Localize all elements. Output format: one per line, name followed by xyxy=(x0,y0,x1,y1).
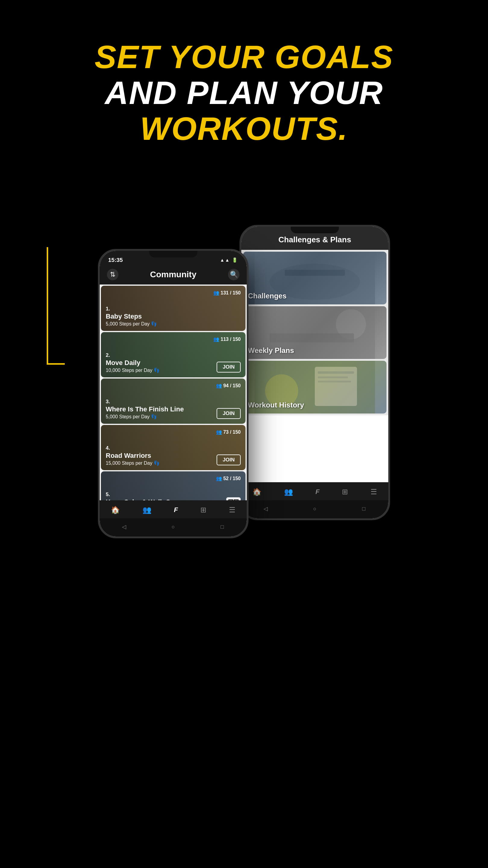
steps-icon-2: 👣 xyxy=(154,367,160,373)
item-num-4: 4. xyxy=(106,445,241,451)
item-name-5: Keep Calm & Walk On xyxy=(106,498,241,500)
status-time: 15:35 xyxy=(108,257,123,264)
item-top-row-3: 👥 94 / 150 xyxy=(106,383,241,389)
item-steps-1: 5,000 Steps per Day 👣 xyxy=(106,321,241,327)
community-item-5[interactable]: 👥 52 / 150 5. Keep Calm & Walk On 10,000… xyxy=(101,471,246,500)
back-btn-left[interactable]: ◁ xyxy=(120,523,128,531)
workout-icon-left: ⊞ xyxy=(200,506,206,514)
headline-line3: WORKOUTS. xyxy=(95,111,393,147)
community-item-2[interactable]: 👥 113 / 150 2. Move Daily 10,000 Steps p… xyxy=(101,332,246,377)
svg-rect-2 xyxy=(234,500,238,501)
join-btn-4[interactable]: JOIN xyxy=(217,455,241,465)
screen-community: 15:35 ▲▲ 🔋 ⇅ Community 🔍 � xyxy=(100,251,247,536)
phone-community: 15:35 ▲▲ 🔋 ⇅ Community 🔍 � xyxy=(98,249,249,538)
item-content-1: 👥 131 / 150 1. Baby Steps 5,000 Steps pe… xyxy=(101,286,246,331)
svg-rect-0 xyxy=(229,500,233,501)
search-button[interactable]: 🔍 xyxy=(228,269,239,280)
people-icon-4: 👥 xyxy=(216,429,222,435)
nav-workout-left[interactable]: ⊞ xyxy=(195,504,211,516)
nav-fitness-left[interactable]: F xyxy=(169,505,183,516)
community-list: 👥 131 / 150 1. Baby Steps 5,000 Steps pe… xyxy=(100,284,247,500)
member-count-3: 👥 94 / 150 xyxy=(216,383,241,389)
item-name-1: Baby Steps xyxy=(106,313,241,320)
member-count-2: 👥 113 / 150 xyxy=(213,336,241,342)
people-icon-5: 👥 xyxy=(216,475,222,481)
sort-button[interactable]: ⇅ xyxy=(107,269,119,280)
recent-btn-right[interactable]: □ xyxy=(360,504,368,513)
nav-menu-right[interactable]: ☰ xyxy=(366,487,382,498)
svg-rect-12 xyxy=(285,270,345,276)
member-count-5: 👥 52 / 150 xyxy=(216,475,241,481)
community-header: ⇅ Community 🔍 xyxy=(100,266,247,284)
home-btn-right[interactable]: ○ xyxy=(311,504,319,513)
recent-btn-left[interactable]: □ xyxy=(218,523,227,531)
plan-card-challenges[interactable]: Challenges xyxy=(243,252,387,304)
join-btn-2[interactable]: JOIN xyxy=(217,362,241,373)
weekly-label: Weekly Plans xyxy=(248,346,294,355)
item-top-row-4: 👥 73 / 150 xyxy=(106,429,241,435)
member-count-1: 👥 131 / 150 xyxy=(213,290,241,296)
status-icons: ▲▲ 🔋 xyxy=(220,257,238,263)
headline-line1: SET YOUR GOALS xyxy=(95,39,393,75)
community-item-4[interactable]: 👥 73 / 150 4. Road Warriors 15,000 Steps… xyxy=(101,425,246,470)
plan-card-history[interactable]: Workout History xyxy=(243,361,387,413)
challenges-title: Challenges & Plans xyxy=(278,235,351,244)
community-title: Community xyxy=(119,270,228,279)
svg-rect-19 xyxy=(318,376,348,378)
screen-challenges: Challenges & Plans Challenges xyxy=(241,227,388,518)
history-label: Workout History xyxy=(248,401,304,409)
nav-workout-right[interactable]: ⊞ xyxy=(337,487,353,498)
nav-community-right[interactable]: 👥 xyxy=(279,487,298,498)
steps-icon-3: 👣 xyxy=(151,414,157,420)
phone-notch-left xyxy=(149,251,197,257)
steps-icon-1: 👣 xyxy=(151,321,157,327)
people-icon-right: 👥 xyxy=(284,488,293,496)
home-btn-left[interactable]: ○ xyxy=(169,523,177,531)
item-bottom-5: 5. Keep Calm & Walk On 10,000 Steps per … xyxy=(106,492,241,500)
item-top-row-5: 👥 52 / 150 xyxy=(106,475,241,481)
phones-container: 15:35 ▲▲ 🔋 ⇅ Community 🔍 � xyxy=(0,225,488,538)
fitness-icon-left: F xyxy=(174,506,178,514)
menu-icon-left: ☰ xyxy=(229,506,235,514)
home-icon-left: 🏠 xyxy=(111,506,120,514)
member-count-4: 👥 73 / 150 xyxy=(216,429,241,435)
people-icon-3: 👥 xyxy=(216,383,222,389)
item-top-row-1: 👥 131 / 150 xyxy=(106,290,241,296)
item-num-2: 2. xyxy=(106,352,241,358)
item-num-3: 3. xyxy=(106,399,241,405)
right-spacer xyxy=(241,415,388,482)
item-num-1: 1. xyxy=(106,306,241,312)
steps-icon-4: 👣 xyxy=(154,460,160,466)
fitness-icon-right: F xyxy=(315,488,319,496)
workout-icon-right: ⊞ xyxy=(342,488,348,496)
nav-home-right[interactable]: 🏠 xyxy=(248,487,266,498)
android-nav-right: ◁ ○ □ xyxy=(241,500,388,518)
svg-rect-18 xyxy=(318,371,354,374)
nav-menu-left[interactable]: ☰ xyxy=(224,504,240,516)
back-btn-right[interactable]: ◁ xyxy=(261,504,270,513)
home-icon-right: 🏠 xyxy=(253,488,261,496)
nav-community-left[interactable]: 👥 xyxy=(138,504,156,516)
join-btn-3[interactable]: JOIN xyxy=(217,408,241,419)
people-icon-left: 👥 xyxy=(142,506,152,514)
nav-fitness-right[interactable]: F xyxy=(311,487,324,498)
bottom-nav-right: 🏠 👥 F ⊞ ☰ xyxy=(241,482,388,500)
menu-icon-right: ☰ xyxy=(370,488,377,496)
phone-notch-right xyxy=(291,227,339,233)
qr-icon-5[interactable] xyxy=(226,497,241,500)
bottom-nav-left: 🏠 👥 F ⊞ ☰ xyxy=(100,500,247,518)
community-item-3[interactable]: 👥 94 / 150 3. Where Is The Finish Line 5… xyxy=(101,378,246,424)
challenges-label: Challenges xyxy=(248,292,287,300)
people-icon-1: 👥 xyxy=(213,290,219,296)
plan-cards-list: Challenges Weekly Plans xyxy=(241,250,388,415)
community-item-1[interactable]: 👥 131 / 150 1. Baby Steps 5,000 Steps pe… xyxy=(101,286,246,331)
phone-challenges: Challenges & Plans Challenges xyxy=(239,225,390,520)
android-nav-left: ◁ ○ □ xyxy=(100,518,247,536)
headline-line2: AND PLAN YOUR xyxy=(95,75,393,111)
nav-home-left[interactable]: 🏠 xyxy=(106,504,125,516)
headline: SET YOUR GOALS AND PLAN YOUR WORKOUTS. xyxy=(95,39,393,147)
svg-rect-15 xyxy=(270,333,354,342)
plan-card-weekly[interactable]: Weekly Plans xyxy=(243,306,387,359)
item-bottom-1: 1. Baby Steps 5,000 Steps per Day 👣 xyxy=(106,306,241,327)
item-top-row-2: 👥 113 / 150 xyxy=(106,336,241,342)
